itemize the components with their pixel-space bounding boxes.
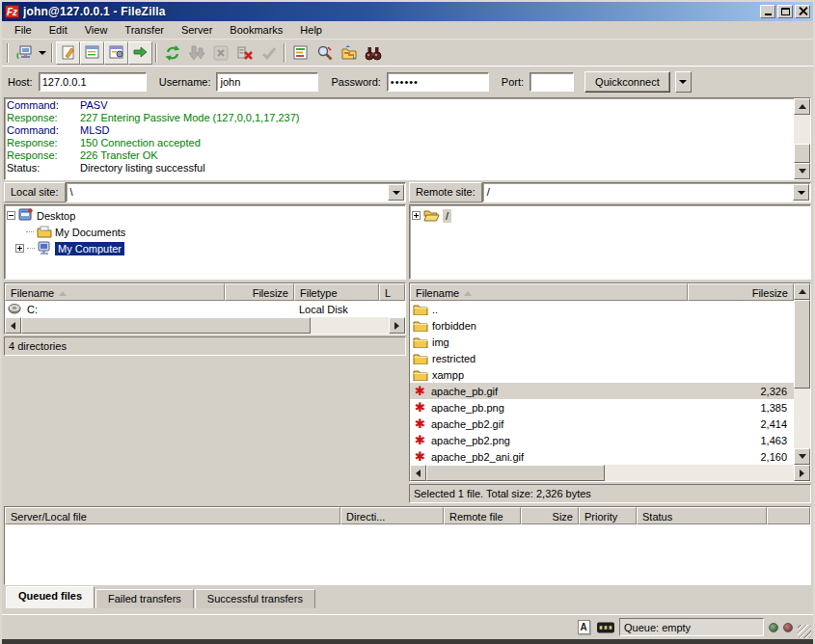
scrollbar-thumb[interactable] <box>426 465 605 481</box>
tab-successful-transfers[interactable]: Successful transfers <box>195 589 315 608</box>
menu-edit[interactable]: Edit <box>41 22 76 39</box>
scroll-left-button[interactable] <box>410 465 426 481</box>
column-header-remote-file[interactable]: Remote file <box>444 507 521 524</box>
column-header-filesize[interactable]: Filesize <box>225 283 294 301</box>
scrollbar-thumb[interactable] <box>794 144 810 163</box>
quickconnect-dropdown[interactable] <box>675 71 692 93</box>
menu-file[interactable]: File <box>6 22 41 39</box>
remote-file-row[interactable]: ✱apache_pb2_ani.gif 2,160 <box>410 448 794 465</box>
quickconnect-button[interactable]: Quickconnect <box>584 71 670 93</box>
column-header-direction[interactable]: Directi... <box>340 507 444 524</box>
toggle-transfer-queue-button[interactable] <box>128 41 152 65</box>
scroll-up-button[interactable] <box>794 98 810 115</box>
process-queue-button[interactable] <box>184 41 208 65</box>
toggle-remote-tree-button[interactable] <box>104 41 128 65</box>
remote-file-row[interactable]: ✱apache_pb2.gif 2,414 <box>410 416 794 432</box>
encryption-indicator[interactable] <box>597 620 614 635</box>
remote-site-label: Remote site: <box>409 182 482 202</box>
tab-queued-files[interactable]: Queued files <box>6 586 95 608</box>
synchronized-browsing-button[interactable] <box>337 41 361 65</box>
filter-button[interactable] <box>361 41 385 65</box>
scroll-up-button[interactable] <box>794 283 810 300</box>
column-header-filesize[interactable]: Filesize <box>688 283 794 301</box>
remote-file-row[interactable]: ✱apache_pb.png 1,385 <box>410 399 794 416</box>
minimize-button[interactable] <box>760 5 775 18</box>
collapse-icon[interactable] <box>7 211 15 220</box>
password-input[interactable] <box>387 72 489 92</box>
scroll-right-button[interactable] <box>389 317 405 334</box>
local-file-row[interactable]: C: Local Disk <box>5 301 405 317</box>
column-header-status[interactable]: Status <box>637 507 767 524</box>
filename-cell: apache_pb2.png <box>431 435 510 446</box>
column-header-filename[interactable]: Filename <box>5 283 225 301</box>
remote-folder-row[interactable]: xampp <box>410 366 794 383</box>
remote-site-dropdown[interactable] <box>793 184 809 201</box>
find-files-button[interactable] <box>312 41 337 65</box>
ascii-type-icon: A <box>578 620 590 634</box>
remote-folder-row[interactable]: restricted <box>410 350 794 366</box>
scroll-down-button[interactable] <box>794 163 810 179</box>
log-scrollbar[interactable] <box>794 98 810 179</box>
column-header-size[interactable]: Size <box>521 507 579 524</box>
column-header-server-local-file[interactable]: Server/Local file <box>5 507 340 524</box>
cancel-operation-button[interactable] <box>208 41 232 65</box>
log-line: Response:150 Connection accepted <box>7 137 794 149</box>
close-button[interactable] <box>795 5 810 18</box>
resize-grip[interactable] <box>798 625 811 638</box>
port-input[interactable] <box>530 72 574 92</box>
toggle-message-log-button[interactable] <box>56 41 80 65</box>
menu-help[interactable]: Help <box>291 22 331 39</box>
menu-transfer[interactable]: Transfer <box>116 22 173 39</box>
tree-item-my-documents[interactable]: My Documents <box>7 224 405 240</box>
scroll-down-button[interactable] <box>794 448 810 465</box>
transfer-type-indicator[interactable]: A <box>575 620 592 635</box>
filename-cell: C: <box>27 304 38 315</box>
site-manager-dropdown[interactable] <box>36 41 48 65</box>
menu-server[interactable]: Server <box>173 22 221 39</box>
scrollbar-thumb[interactable] <box>794 300 810 389</box>
remote-vertical-scrollbar[interactable] <box>794 283 810 465</box>
local-horizontal-scrollbar[interactable] <box>5 317 405 334</box>
disconnect-button[interactable] <box>232 41 257 65</box>
menu-bookmarks[interactable]: Bookmarks <box>221 22 291 39</box>
recursive-operation-button[interactable] <box>257 41 281 65</box>
expand-icon[interactable] <box>15 244 24 253</box>
scroll-right-button[interactable] <box>794 465 810 481</box>
directory-comparison-button[interactable] <box>288 41 312 65</box>
remote-file-row[interactable]: ✱apache_pb2.png 1,463 <box>410 432 794 448</box>
queue-status-text: Queue: empty <box>619 618 764 636</box>
local-site-dropdown[interactable] <box>388 184 404 201</box>
column-header-last-modified[interactable]: L <box>379 283 405 301</box>
port-label: Port: <box>502 76 525 88</box>
toggle-local-tree-button[interactable] <box>80 41 104 65</box>
remote-horizontal-scrollbar[interactable] <box>410 465 810 481</box>
filename-cell: apache_pb.png <box>431 402 504 414</box>
menu-view[interactable]: View <box>76 22 117 39</box>
toolbar-separator <box>155 43 157 63</box>
cancel-icon <box>212 44 230 62</box>
refresh-button[interactable] <box>160 41 184 65</box>
tree-item-root[interactable]: / <box>412 207 810 224</box>
expand-icon[interactable] <box>412 211 421 220</box>
tab-failed-transfers[interactable]: Failed transfers <box>95 589 194 608</box>
local-site-combobox[interactable]: \ <box>66 182 406 202</box>
remote-folder-row[interactable]: forbidden <box>410 317 794 334</box>
scroll-left-button[interactable] <box>5 317 21 334</box>
site-manager-button[interactable] <box>12 41 36 65</box>
column-header-filename[interactable]: Filename <box>410 283 688 301</box>
remote-site-combobox[interactable]: / <box>482 182 811 202</box>
remote-folder-row[interactable]: img <box>410 334 794 350</box>
log-line: Command:PASV <box>7 99 794 112</box>
tree-item-desktop[interactable]: Desktop <box>7 207 405 224</box>
maximize-button[interactable] <box>777 5 793 18</box>
column-header-priority[interactable]: Priority <box>579 507 637 524</box>
remote-file-row-selected[interactable]: ✱apache_pb.gif 2,326 <box>410 383 794 399</box>
column-header-filetype[interactable]: Filetype <box>294 283 379 301</box>
username-input[interactable] <box>216 72 318 92</box>
column-label: Remote file <box>449 511 503 523</box>
tree-item-my-computer[interactable]: My Computer <box>7 240 405 256</box>
host-input[interactable] <box>39 72 147 92</box>
remote-folder-row[interactable]: .. <box>410 301 794 317</box>
scrollbar-thumb[interactable] <box>21 317 311 334</box>
column-label: Status <box>642 511 672 523</box>
